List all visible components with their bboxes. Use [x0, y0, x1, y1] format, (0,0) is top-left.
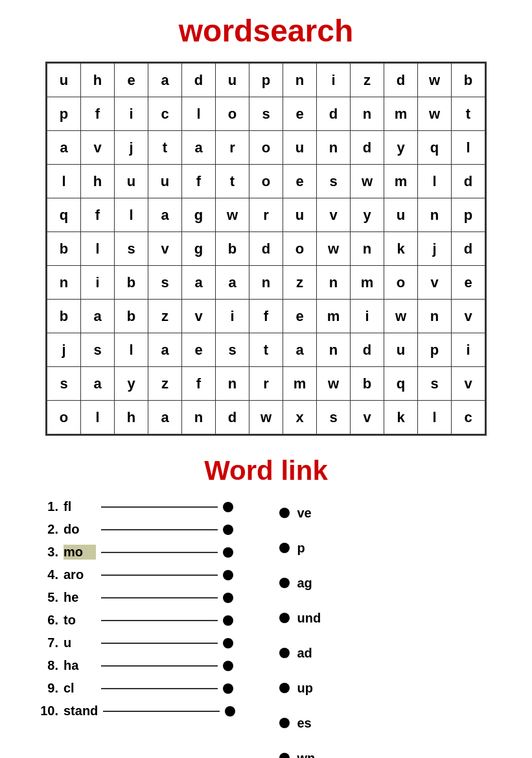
grid-cell: m: [317, 300, 351, 333]
word-link-line: [101, 552, 218, 553]
word-link-prefix: u: [64, 635, 96, 650]
grid-cell: f: [249, 300, 283, 333]
right-link-item: wn: [279, 744, 500, 758]
grid-cell: z: [283, 266, 317, 300]
grid-cell: k: [384, 401, 418, 434]
word-link-row: 1.fl: [32, 499, 253, 514]
grid-cell: j: [115, 131, 148, 165]
grid-cell: l: [418, 165, 452, 198]
grid-cell: e: [452, 266, 485, 300]
grid-cell: n: [317, 131, 351, 165]
grid-cell: y: [351, 198, 384, 232]
word-link-prefix: ha: [64, 658, 96, 673]
grid-cell: o: [283, 232, 317, 266]
grid-cell: f: [182, 367, 216, 401]
grid-cell: l: [81, 232, 115, 266]
grid-cell: m: [384, 165, 418, 198]
word-link-prefix: do: [64, 522, 96, 537]
word-link-row: 7.u: [32, 635, 253, 650]
right-column: vepagundadupeswnndose: [253, 499, 500, 758]
word-link-row: 4.aro: [32, 567, 253, 582]
bullet-dot: [223, 683, 233, 694]
word-link-number: 5.: [32, 590, 58, 605]
word-link-number: 6.: [32, 613, 58, 628]
grid-cell: m: [384, 97, 418, 131]
grid-cell: u: [216, 64, 249, 97]
grid-cell: w: [351, 165, 384, 198]
word-link-number: 7.: [32, 635, 58, 650]
word-link-prefix: cl: [64, 681, 96, 696]
grid-cell: t: [249, 333, 283, 367]
grid-cell: v: [148, 232, 182, 266]
grid-cell: n: [216, 367, 249, 401]
grid-cell: o: [249, 165, 283, 198]
grid-cell: l: [452, 131, 485, 165]
grid-cell: n: [351, 97, 384, 131]
grid-cell: a: [148, 401, 182, 434]
grid-cell: i: [452, 333, 485, 367]
grid-cell: w: [317, 232, 351, 266]
grid-cell: a: [148, 64, 182, 97]
wordsearch-grid: uheadupnizdwbpficlosednmwtavjtaroundyqll…: [45, 62, 487, 436]
grid-cell: g: [182, 232, 216, 266]
grid-cell: v: [182, 300, 216, 333]
word-link-line: [101, 574, 218, 576]
grid-cell: r: [216, 131, 249, 165]
word-link-row: 6.to: [32, 613, 253, 628]
grid-cell: c: [148, 97, 182, 131]
grid-cell: w: [418, 97, 452, 131]
word-link-row: 3.mo: [32, 545, 253, 560]
grid-cell: o: [249, 131, 283, 165]
grid-cell: j: [47, 333, 81, 367]
word-link-line: [103, 711, 220, 712]
grid-cell: s: [418, 367, 452, 401]
word-link-line: [101, 665, 218, 667]
word-link-prefix: mo: [64, 545, 96, 560]
grid-cell: o: [216, 97, 249, 131]
grid-cell: o: [384, 266, 418, 300]
grid-cell: a: [148, 333, 182, 367]
grid-cell: b: [452, 64, 485, 97]
right-link-item: ve: [279, 499, 500, 527]
grid-cell: b: [115, 300, 148, 333]
word-link-prefix: stand: [64, 704, 98, 718]
grid-cell: n: [351, 232, 384, 266]
grid-cell: h: [115, 401, 148, 434]
grid-cell: i: [81, 266, 115, 300]
right-bullet-dot: [279, 753, 290, 758]
grid-cell: s: [47, 367, 81, 401]
grid-cell: b: [216, 232, 249, 266]
grid-cell: a: [283, 333, 317, 367]
grid-cell: h: [81, 64, 115, 97]
grid-cell: h: [81, 165, 115, 198]
grid-cell: z: [351, 64, 384, 97]
right-link-item: es: [279, 709, 500, 737]
grid-cell: m: [283, 367, 317, 401]
word-link-prefix: aro: [64, 567, 96, 582]
right-link-item: p: [279, 534, 500, 562]
grid-cell: k: [384, 232, 418, 266]
bullet-dot: [223, 525, 233, 535]
bullet-dot: [223, 593, 233, 603]
right-link-text: wn: [297, 751, 316, 759]
grid-cell: i: [351, 300, 384, 333]
grid-cell: w: [384, 300, 418, 333]
grid-cell: l: [182, 97, 216, 131]
word-link-row: 9.cl: [32, 681, 253, 696]
word-link-main: 1.fl2.do3.mo4.aro5.he6.to7.u8.ha9.cl10.s…: [32, 499, 500, 758]
grid-cell: a: [216, 266, 249, 300]
word-link-line: [101, 643, 218, 644]
grid-cell: l: [115, 333, 148, 367]
grid-cell: q: [418, 131, 452, 165]
grid-cell: b: [47, 300, 81, 333]
grid-cell: u: [384, 333, 418, 367]
right-link-text: p: [297, 541, 305, 556]
word-link-prefix: to: [64, 613, 96, 628]
word-link-line: [101, 688, 218, 689]
right-bullet-dot: [279, 508, 290, 518]
grid-cell: s: [317, 165, 351, 198]
grid-cell: c: [452, 401, 485, 434]
grid-cell: p: [47, 97, 81, 131]
grid-cell: u: [283, 131, 317, 165]
grid-cell: d: [452, 232, 485, 266]
